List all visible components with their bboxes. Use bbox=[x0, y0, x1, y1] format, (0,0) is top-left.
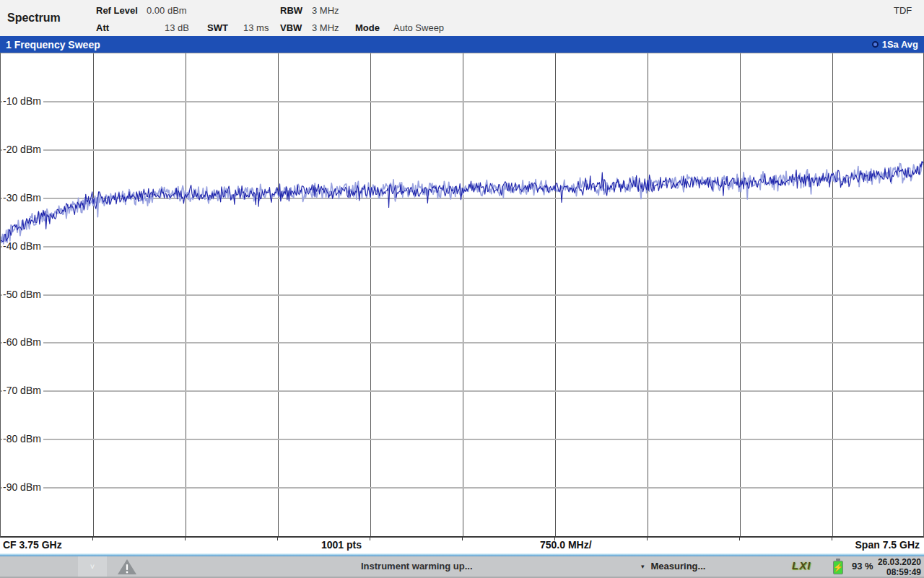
rbw-label: RBW bbox=[280, 5, 302, 16]
transducer-badge: TDF bbox=[894, 5, 912, 16]
app-title[interactable]: Spectrum bbox=[7, 0, 61, 36]
x-axis-tick bbox=[370, 538, 370, 540]
x-axis-tick bbox=[647, 538, 648, 540]
per-division-value[interactable]: 750.0 MHz/ bbox=[540, 539, 592, 551]
measuring-status-text: Measuring... bbox=[651, 561, 706, 572]
att-value[interactable]: 13 dB bbox=[165, 22, 189, 33]
sweep-points-value[interactable]: 1001 pts bbox=[321, 539, 362, 551]
x-axis-tick bbox=[462, 538, 463, 540]
battery-percent: 93 % bbox=[852, 561, 873, 572]
x-axis-tick bbox=[185, 538, 186, 540]
trace-canvas bbox=[1, 53, 924, 536]
warning-icon[interactable] bbox=[117, 559, 137, 578]
swt-value[interactable]: 13 ms bbox=[243, 22, 269, 33]
vbw-label: VBW bbox=[280, 22, 302, 33]
x-axis-tick bbox=[92, 538, 93, 540]
x-axis-tick bbox=[832, 538, 832, 540]
att-label: Att bbox=[96, 22, 109, 33]
spectrum-plot: -10 dBm-20 dBm-30 dBm-40 dBm-50 dBm-60 d… bbox=[0, 53, 924, 538]
chevron-down-icon: ˅ bbox=[90, 562, 95, 571]
spectrum-analyzer-screen: Spectrum Ref Level 0.00 dBm Att 13 dB SW… bbox=[0, 0, 924, 578]
parameter-header: Spectrum Ref Level 0.00 dBm Att 13 dB SW… bbox=[0, 0, 924, 36]
battery-body: ⚡ bbox=[833, 561, 843, 574]
status-bar: ˅ Instrument warming up... ▾ Measuring..… bbox=[0, 556, 924, 578]
trace-indicator[interactable]: 1Sa Avg bbox=[872, 39, 918, 50]
ref-level-value[interactable]: 0.00 dBm bbox=[147, 5, 187, 16]
x-axis-tick bbox=[739, 538, 740, 540]
rbw-value[interactable]: 3 MHz bbox=[312, 5, 339, 16]
trace-indicator-label: 1Sa Avg bbox=[882, 39, 918, 50]
trace-title-bar: 1 Frequency Sweep 1Sa Avg bbox=[0, 36, 924, 53]
charging-bolt-icon: ⚡ bbox=[833, 564, 843, 572]
warming-up-status-text: Instrument warming up... bbox=[361, 561, 473, 572]
mode-label: Mode bbox=[355, 22, 380, 33]
center-frequency-value[interactable]: CF 3.75 GHz bbox=[3, 539, 62, 551]
trace1-color-dot-icon bbox=[872, 41, 879, 48]
ref-level-label: Ref Level bbox=[96, 5, 138, 16]
dropdown-caret-icon: ▾ bbox=[641, 563, 645, 570]
span-value[interactable]: Span 7.5 GHz bbox=[855, 539, 920, 551]
mode-value[interactable]: Auto Sweep bbox=[393, 22, 444, 33]
statusbar-expand-button[interactable]: ˅ bbox=[78, 556, 107, 577]
frequency-axis-row: CF 3.75 GHz 1001 pts 750.0 MHz/ Span 7.5… bbox=[0, 538, 924, 553]
measuring-status-dropdown[interactable]: ▾ Measuring... bbox=[641, 561, 705, 572]
battery-icon: ⚡ bbox=[833, 559, 843, 574]
vbw-value[interactable]: 3 MHz bbox=[312, 22, 339, 33]
date-value: 26.03.2020 bbox=[878, 557, 921, 567]
time-value: 08:59:49 bbox=[878, 567, 921, 577]
x-axis-tick bbox=[277, 538, 278, 540]
datetime-display[interactable]: 26.03.2020 08:59:49 bbox=[878, 557, 921, 577]
swt-label: SWT bbox=[207, 22, 228, 33]
lxi-logo-icon[interactable]: LXI bbox=[792, 559, 811, 572]
trace-window-title: 1 Frequency Sweep bbox=[6, 39, 100, 51]
